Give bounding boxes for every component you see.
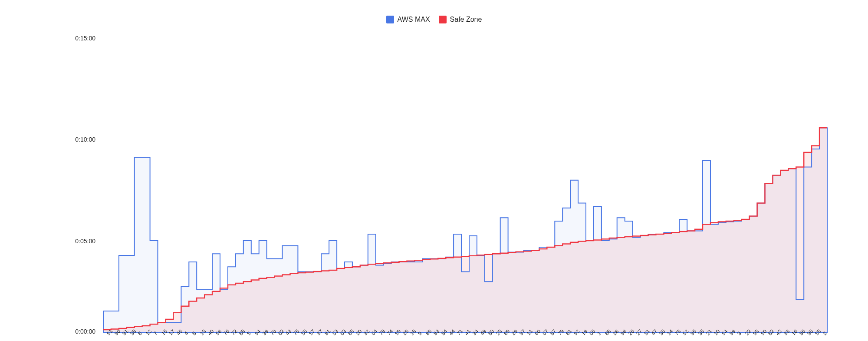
x-tick: 9 <box>417 330 423 337</box>
plot-area <box>103 37 827 332</box>
x-tick: 4 <box>183 330 190 337</box>
aws-max-line <box>103 128 827 332</box>
legend-label-safe: Safe Zone <box>450 16 482 23</box>
legend-swatch-aws <box>386 16 394 23</box>
chart-container: AWS MAX Safe Zone 0:15:00 0:10:00 0:05:0… <box>0 0 868 341</box>
x-tick: 8 <box>191 330 197 337</box>
y-tick-10: 0:10:00 <box>75 136 95 143</box>
x-tick: 5 <box>246 330 252 337</box>
y-tick-00: 0:00:00 <box>75 328 95 335</box>
y-tick-15: 0:15:00 <box>75 35 95 42</box>
y-axis: 0:15:00 0:10:00 0:05:00 0:00:00 <box>0 0 100 341</box>
x-tick: 1 <box>596 330 602 337</box>
x-tick: 3 <box>736 330 743 337</box>
legend-label-aws: AWS MAX <box>398 16 430 23</box>
x-axis: 5190913861271517454813405876728859439706… <box>103 331 827 341</box>
plot-svg <box>103 37 827 332</box>
legend-item-aws-max: AWS MAX <box>386 16 430 23</box>
legend-item-safe-zone: Safe Zone <box>439 16 482 23</box>
legend: AWS MAX Safe Zone <box>0 16 868 23</box>
x-tick: 6 <box>137 330 143 337</box>
legend-swatch-safe <box>439 16 447 23</box>
y-tick-05: 0:05:00 <box>75 238 95 245</box>
x-tick: 2 <box>822 330 828 337</box>
x-tick: 7 <box>152 330 159 337</box>
